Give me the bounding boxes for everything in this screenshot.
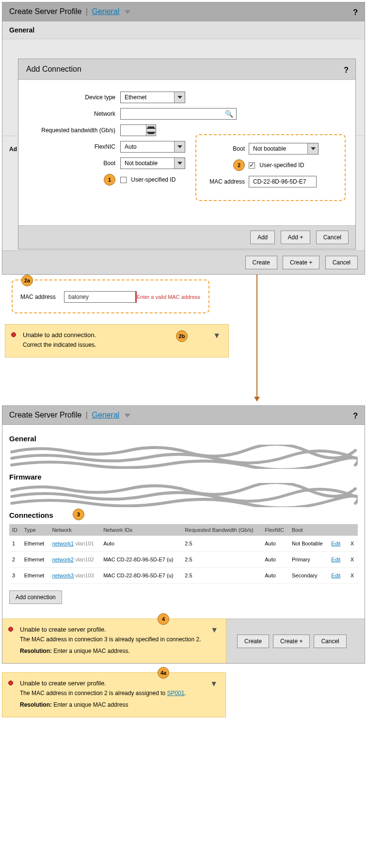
create-button[interactable]: Create [245,256,277,269]
section-connections: Connections [9,507,53,521]
chevron-down-icon[interactable] [125,414,130,418]
cell-boot: Not Bootable [289,536,328,552]
marker-2b: 2b [176,330,188,342]
notif4a-line1: The MAC address in connection 2 is alrea… [20,690,218,697]
bandwidth-stepper[interactable] [120,124,156,136]
create-profile-panel-1: Create Server Profile | General ? Genera… [2,2,365,275]
callout-2a: 2a MAC address baloney ! Enter a valid M… [12,279,209,313]
notif4-line1: The MAC address in connection 3 is alrea… [20,636,218,643]
notif4-res-label: Resolution: [20,648,52,654]
panel2-body: General Firmware Connections 3 ID Type N… [2,425,365,619]
section-general: General [9,431,358,445]
notif4a-title: Unable to create server profile. [20,680,218,687]
network-link[interactable]: network3 [52,573,74,578]
cell-flex: Auto [262,536,289,552]
sp-link[interactable]: SP001 [167,690,185,697]
device-type-value: Ethernet [121,92,174,103]
callout2a-mac-label: MAC address [20,294,64,300]
callout2-userid-label: User-specified ID [259,162,304,169]
connections-table: ID Type Network Network IDs Requested Ba… [9,524,358,584]
cell-id: 3 [9,568,21,584]
cell-bw: 2.5 [182,552,262,568]
boot-select[interactable]: Not bootable [120,157,185,169]
callout2a-mac-input[interactable]: baloney [64,291,137,303]
th-boot: Boot [289,524,328,536]
create-button[interactable]: Create [237,635,269,648]
notif-4: 4 ▼ Unable to create server profile. The… [2,619,226,663]
help-icon[interactable]: ? [353,8,358,17]
cell-type: Ethernet [21,536,49,552]
callout2a-error-msg: Enter a valid MAC address [137,294,200,300]
chevron-down-icon[interactable]: ▼ [213,331,221,340]
callout2-boot-select[interactable]: Not bootable [249,143,319,155]
th-flex: FlexNIC [262,524,289,536]
cell-id: 1 [9,536,21,552]
notif4a-line1a: The MAC address in connection 2 is alrea… [20,690,167,697]
cell-bw: 2.5 [182,536,262,552]
add-connection-button[interactable]: Add connection [9,590,62,604]
panel2-title-link[interactable]: General [92,411,119,419]
add-plus-button[interactable]: Add + [281,231,311,244]
cancel-button[interactable]: Cancel [314,635,346,648]
chevron-down-icon[interactable] [174,141,185,152]
panel2-footer: Create Create + Cancel [226,619,365,663]
mid-block: 2a MAC address baloney ! Enter a valid M… [0,279,367,405]
callout2-userid-checkbox[interactable] [249,162,255,169]
delete-row-button[interactable]: X [348,573,354,578]
stepper-up-icon[interactable] [146,125,156,130]
chevron-down-icon[interactable] [174,92,185,103]
flexnic-value: Auto [121,141,174,152]
edit-link[interactable]: Edit [331,573,340,578]
chevron-down-icon[interactable] [174,158,185,169]
cancel-button[interactable]: Cancel [325,256,358,269]
edit-link[interactable]: Edit [331,557,340,562]
network-search-input[interactable]: 🔍 [120,108,237,120]
th-network: Network [49,524,100,536]
network-link[interactable]: network2 [52,557,74,562]
marker-2: 2 [233,159,245,171]
panel1-title-link[interactable]: General [92,7,119,16]
delete-row-button[interactable]: X [348,557,354,562]
panel2-footer-wrap: 4 ▼ Unable to create server profile. The… [2,619,365,663]
flexnic-select[interactable]: Auto [120,141,185,153]
edit-link[interactable]: Edit [331,541,340,546]
cell-network: network3 vlan103 [49,568,100,584]
chevron-down-icon[interactable] [307,143,318,154]
device-type-select[interactable]: Ethernet [120,92,185,103]
stepper-down-icon[interactable] [146,130,156,136]
help-icon[interactable]: ? [353,412,358,420]
chevron-down-icon[interactable]: ▼ [210,680,218,688]
separator: | [86,411,88,419]
flexnic-label: FlexNIC [28,143,120,150]
panel2-title-prefix: Create Server Profile [9,411,81,419]
vlan: vlan103 [75,573,94,578]
create-plus-button[interactable]: Create + [273,635,310,648]
table-row: 1 Ethernet network1 vlan101 Auto 2.5 Aut… [9,536,358,552]
table-row: 3 Ethernet network3 vlan103 MAC CD-22-8D… [9,568,358,584]
delete-row-button[interactable]: X [348,541,354,546]
add-button[interactable]: Add [250,231,275,244]
th-netids: Network IDs [100,524,182,536]
user-id-label: User-specified ID [131,176,176,183]
user-id-checkbox-group[interactable]: User-specified ID [120,176,176,183]
callout2-row-userid: 2 User-specified ID [205,159,336,171]
network-link[interactable]: network1 [52,541,74,546]
th-bw: Requested Bandwidth (Gb/s) [182,524,262,536]
panel1-subheader-general: General [2,21,365,39]
help-icon[interactable]: ? [344,66,349,75]
cell-id: 2 [9,552,21,568]
callout2-mac-input[interactable]: CD-22-8D-96-5D-E7 [249,176,317,187]
search-icon[interactable]: 🔍 [225,110,233,118]
cancel-button[interactable]: Cancel [316,231,349,244]
cell-boot: Secondary [289,568,328,584]
callout2-userid-group[interactable]: User-specified ID [249,162,304,169]
create-plus-button[interactable]: Create + [283,256,319,269]
cell-boot: Primary [289,552,328,568]
user-id-checkbox[interactable] [120,177,127,183]
boot-value: Not bootable [121,158,174,169]
notif4-res-text: Enter a unique MAC address. [52,648,130,654]
modal-header: Add Connection ? [18,59,355,80]
chevron-down-icon[interactable]: ▼ [210,626,218,635]
chevron-down-icon[interactable] [125,10,130,14]
callout2-mac-label: MAC address [205,178,249,185]
